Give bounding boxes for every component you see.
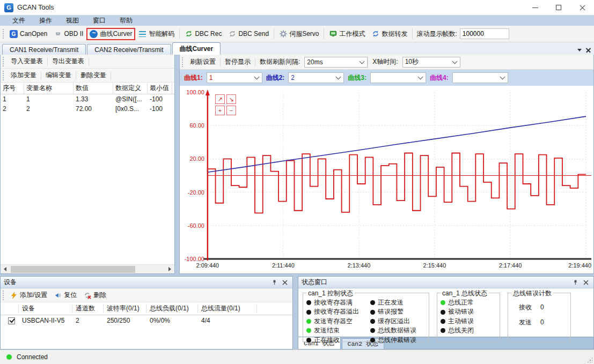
toolbar-obd-button[interactable]: OBD II (50, 28, 86, 40)
tab-list-dropdown-icon[interactable] (577, 49, 582, 51)
tab-can1-receive-transmit[interactable]: CAN1 Receive/Transmit (2, 44, 86, 55)
delete-variable-button[interactable]: 删除变量 (76, 70, 111, 81)
close-icon[interactable] (582, 278, 590, 287)
import-variables-button[interactable]: 导入变量表 (6, 56, 47, 67)
device-table-header: 设备 通道数 波特率(0/1) 总线负载(0/1) 总线流量(0/1) (1, 302, 292, 315)
obd-connector-icon (54, 30, 62, 38)
refresh-settings-button[interactable]: 刷新设置 (186, 56, 220, 68)
column-header-index[interactable]: 序号 (1, 83, 24, 94)
toolbar-grip[interactable] (3, 71, 4, 80)
curve4-select[interactable] (452, 72, 508, 83)
column-header-min[interactable]: 最小值 (148, 83, 172, 94)
column-header-baudrate[interactable]: 波特率(0/1) (104, 304, 146, 313)
menu-help[interactable]: 帮助 (113, 15, 140, 26)
edit-variable-button[interactable]: 编辑变量 (41, 70, 76, 81)
tab-can2-receive-transmit[interactable]: CAN2 Receive/Transmit (87, 44, 171, 55)
device-enabled-checkbox[interactable] (8, 317, 15, 324)
pin-icon[interactable] (571, 278, 580, 287)
status-led-item: 被动错误 (441, 307, 495, 316)
device-row[interactable]: USBCAN-II-V5 2 250/250 0%/0% 4/4 (1, 315, 292, 326)
toolbar-forward-button[interactable]: 数据转发 (368, 28, 410, 40)
zoom-x-in-button[interactable]: ↗ (215, 94, 225, 104)
variable-row[interactable]: 2 2 72.00 [0x0.S... -100 (1, 104, 174, 114)
toolbar-grip[interactable] (3, 29, 4, 39)
device-add-settings-button[interactable]: 添加/设置 (6, 289, 50, 301)
toolbar-grip[interactable] (3, 291, 4, 300)
separator (89, 57, 89, 66)
scroll-right-icon[interactable] (165, 265, 174, 274)
refresh-arrows-blue-icon (371, 30, 379, 38)
curve1-select[interactable]: 1 (207, 72, 262, 83)
led-indicator (306, 300, 311, 305)
toolbar-grip[interactable] (3, 57, 4, 66)
zoom-y-in-button[interactable]: + (215, 106, 225, 115)
menu-window[interactable]: 窗口 (86, 15, 113, 26)
column-header-channels[interactable]: 通道数 (72, 304, 104, 313)
rx-error-value: 0 (540, 301, 544, 313)
device-delete-button[interactable]: 删除 (80, 289, 109, 301)
maximize-icon (556, 5, 561, 10)
toolbar-decode-button[interactable]: 智能解码 (135, 28, 178, 40)
toolbar-curver-button[interactable]: 曲线Curver (86, 28, 135, 40)
bus-status-group-title: can_1 总线状态 (441, 289, 489, 298)
scroll-left-icon[interactable] (1, 265, 10, 274)
close-button[interactable] (570, 0, 594, 15)
tab-curver[interactable]: 曲线Curver (172, 42, 221, 55)
refresh-arrows-gray-icon (228, 30, 236, 38)
menu-operate[interactable]: 操作 (32, 15, 59, 26)
pause-display-button[interactable]: 暂停显示 (221, 56, 255, 68)
toolbar-grip[interactable] (182, 57, 183, 67)
horizontal-scrollbar[interactable] (1, 264, 174, 273)
led-indicator (306, 310, 311, 315)
toolbar-servo-button[interactable]: 伺服Servo (276, 28, 322, 40)
status-led-item: 接收寄存器溢出 (306, 307, 365, 316)
toolbar-workmode-button[interactable]: 工作模式 (326, 28, 368, 40)
cell-index: 2 (1, 105, 24, 113)
curve2-select[interactable]: 2 (288, 72, 344, 83)
device-reset-button[interactable]: 复位 (50, 289, 80, 301)
x-axis-time-select[interactable]: 10秒 (402, 57, 460, 68)
toolbar-dbc-rec-button[interactable]: DBC Rec (181, 28, 225, 40)
led-indicator (370, 338, 375, 343)
y-axis-arrow (206, 90, 210, 95)
x-tick-label: 2:17:440 (499, 262, 522, 269)
refresh-interval-select[interactable]: 20ms (304, 57, 368, 68)
maximize-button[interactable] (547, 0, 570, 15)
menu-view[interactable]: 视图 (59, 15, 86, 26)
column-header-device[interactable]: 设备 (19, 304, 72, 313)
toolbar-dbc-send-button[interactable]: DBC Send (225, 28, 272, 40)
column-header-definition[interactable]: 数据定义 (113, 83, 148, 94)
y-tick-label: 20.00 (189, 155, 204, 162)
close-icon[interactable] (281, 278, 289, 287)
curve1-label: 曲线1: (184, 73, 203, 83)
menu-file[interactable]: 文件 (5, 15, 32, 26)
column-header-busload[interactable]: 总线负载(0/1) (146, 304, 198, 313)
variable-row[interactable]: 1 1 1.33 @SIN([... -100 (1, 94, 174, 104)
add-variable-button[interactable]: 添加变量 (6, 70, 41, 81)
column-header-value[interactable]: 数值 (74, 83, 113, 94)
curve-chart-svg: 100.0060.0020.00-20.00-60.00-100.002:09:… (180, 86, 593, 273)
minimize-button[interactable] (523, 0, 547, 15)
tab-close-icon[interactable] (586, 48, 591, 53)
cell-value: 1.33 (74, 95, 113, 103)
pin-icon[interactable] (270, 278, 278, 287)
chart-zoom-controls: ↗ ↘ + − (215, 94, 236, 115)
status-led-item: 主动错误 (441, 317, 495, 326)
panel-gap (293, 276, 298, 350)
y-tick-label: -20.00 (188, 189, 204, 196)
zoom-x-out-button[interactable]: ↘ (226, 94, 236, 104)
zoom-y-out-button[interactable]: − (226, 106, 236, 115)
column-header-busflow[interactable]: 总线流量(0/1) (198, 304, 257, 313)
connection-status-text: Connected (17, 353, 48, 361)
scroll-frames-input[interactable] (460, 28, 509, 39)
toolbar-canopen-button[interactable]: CanOpen (6, 28, 50, 40)
curve3-select[interactable] (370, 72, 426, 83)
chevron-down-icon (500, 75, 505, 80)
scrollbar-thumb[interactable] (11, 266, 135, 273)
cell-name: 2 (24, 105, 74, 113)
resize-grip-icon[interactable] (587, 357, 592, 362)
panel-splitter[interactable] (175, 55, 179, 274)
device-panel-title-bar: 设备 (1, 277, 292, 288)
export-variables-button[interactable]: 导出变量表 (48, 56, 89, 67)
column-header-name[interactable]: 变量名称 (24, 83, 74, 94)
